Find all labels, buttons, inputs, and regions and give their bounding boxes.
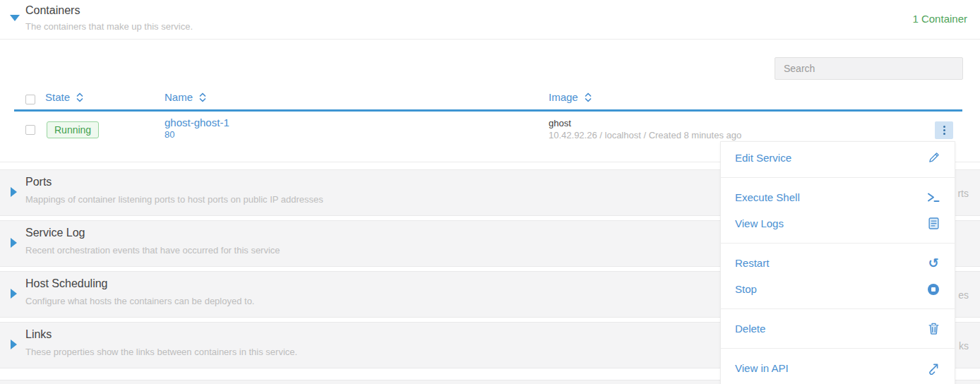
section-count-partial: ks: [959, 340, 969, 352]
external-link-icon: [926, 361, 940, 376]
section-subtitle: The containers that make up this service…: [25, 21, 193, 32]
menu-divider: [721, 177, 955, 178]
file-icon: [926, 217, 940, 231]
sort-icon[interactable]: [76, 92, 84, 103]
section-subtitle: Recent orchestration events that have oc…: [25, 245, 280, 256]
menu-item-view-logs[interactable]: View Logs: [721, 210, 955, 236]
restart-icon: ↺: [926, 256, 940, 270]
section-title: Host Scheduling: [25, 277, 108, 290]
table-header-row: State Name Image: [0, 91, 980, 111]
menu-item-restart[interactable]: Restart ↺: [721, 250, 955, 276]
menu-divider: [721, 243, 955, 244]
image-name: ghost: [549, 117, 741, 129]
section-title: Service Log: [25, 227, 85, 239]
kebab-dot: [943, 133, 945, 135]
containers-section-header: Containers The containers that make up t…: [0, 0, 980, 40]
column-header-image[interactable]: Image: [549, 91, 592, 103]
table-header-underline: [14, 109, 962, 112]
menu-divider: [721, 348, 955, 349]
expand-caret-icon[interactable]: [11, 340, 17, 349]
section-count-partial: es: [958, 289, 969, 301]
menu-item-edit-service[interactable]: Edit Service: [721, 145, 955, 171]
section-title: Containers: [25, 4, 80, 17]
menu-item-view-in-api[interactable]: View in API: [721, 355, 955, 381]
row-checkbox[interactable]: [25, 125, 35, 135]
menu-item-execute-shell[interactable]: Execute Shell: [721, 184, 955, 210]
section-subtitle: Mappings of container listening ports to…: [25, 194, 323, 205]
trash-icon: [926, 322, 940, 336]
container-port-link[interactable]: 80: [165, 129, 229, 140]
row-actions-kebab-button[interactable]: [935, 121, 953, 139]
section-title: Ports: [25, 176, 52, 188]
sort-icon[interactable]: [198, 92, 207, 103]
sort-icon[interactable]: [584, 92, 592, 103]
expand-caret-icon[interactable]: [11, 187, 17, 197]
menu-divider: [721, 308, 955, 309]
search-input[interactable]: [775, 57, 963, 80]
menu-item-delete[interactable]: Delete: [721, 316, 955, 342]
pencil-icon: [926, 151, 940, 165]
select-all-checkbox[interactable]: [25, 95, 35, 104]
menu-item-stop[interactable]: Stop: [721, 276, 955, 302]
image-detail: 10.42.92.26 / localhost / Created 8 minu…: [549, 129, 741, 141]
section-count-partial: rts: [957, 188, 969, 199]
status-badge: Running: [47, 121, 99, 138]
collapse-caret-icon[interactable]: [10, 15, 20, 21]
row-actions-context-menu: Edit Service Execute Shell View Logs Res…: [720, 141, 955, 384]
section-title: Links: [25, 328, 52, 341]
name-cell: ghost-ghost-1 80: [165, 116, 229, 140]
kebab-dot: [943, 126, 945, 128]
column-header-name[interactable]: Name: [165, 91, 207, 103]
terminal-icon: [926, 191, 940, 205]
container-name-link[interactable]: ghost-ghost-1: [165, 116, 229, 129]
container-count: 1 Container: [912, 13, 967, 25]
stop-icon: [926, 282, 940, 296]
column-header-state[interactable]: State: [45, 91, 84, 103]
image-cell: ghost 10.42.92.26 / localhost / Created …: [549, 117, 741, 141]
expand-caret-icon[interactable]: [11, 238, 17, 248]
kebab-dot: [943, 129, 945, 131]
section-subtitle: These properties show the links between …: [25, 347, 297, 357]
expand-caret-icon[interactable]: [11, 289, 17, 299]
section-subtitle: Configure what hosts the containers can …: [25, 296, 255, 306]
